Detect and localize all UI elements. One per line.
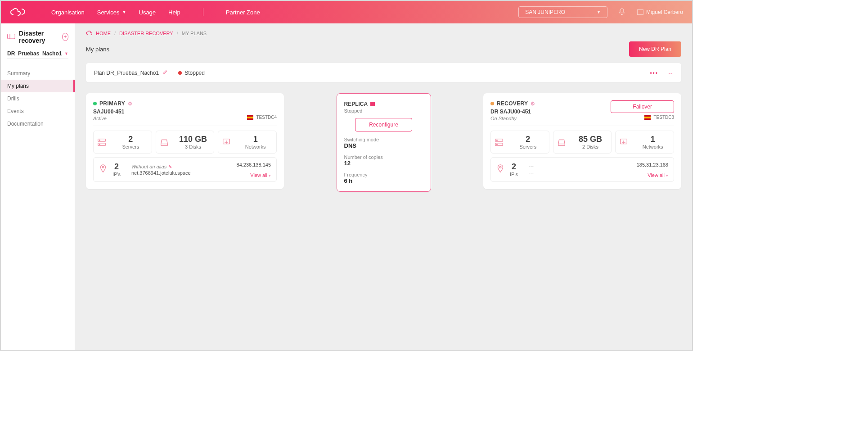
divider bbox=[203, 8, 203, 16]
recovery-card: RECOVERY ⚙ DR SAJU00-451 On Standby Fail… bbox=[483, 93, 681, 189]
recovery-dc-label: TESTDC3 bbox=[653, 115, 674, 120]
collapse-button[interactable]: ︿ bbox=[668, 69, 673, 76]
primary-networks[interactable]: 1Networks bbox=[218, 131, 277, 154]
nav-partner-zone[interactable]: Partner Zone bbox=[226, 9, 260, 16]
alias-label: Without an alias bbox=[131, 164, 166, 169]
nav-organisation[interactable]: Organisation bbox=[51, 9, 85, 16]
disaster-recovery-icon bbox=[7, 33, 15, 41]
chevron-down-icon: ▼ bbox=[597, 10, 601, 14]
replica-status: Stopped bbox=[344, 108, 423, 113]
svg-point-3 bbox=[99, 140, 100, 140]
svg-rect-12 bbox=[558, 144, 565, 145]
server-icon bbox=[95, 137, 108, 147]
svg-point-11 bbox=[497, 144, 498, 145]
org-selector[interactable]: SAN JUNIPERO ▼ bbox=[518, 6, 607, 18]
page-header: My plans New DR Plan bbox=[86, 41, 681, 57]
page-title: My plans bbox=[86, 46, 109, 53]
primary-servers[interactable]: 2Servers bbox=[93, 131, 152, 154]
recovery-servers[interactable]: 2Servers bbox=[490, 131, 549, 154]
edit-icon[interactable]: ✎ bbox=[168, 164, 172, 169]
svg-point-10 bbox=[497, 140, 498, 140]
recovery-ip: 185.31.23.168 bbox=[637, 162, 668, 167]
notifications-icon[interactable] bbox=[618, 8, 625, 17]
stat-label: Networks bbox=[643, 144, 663, 149]
flag-icon bbox=[247, 115, 253, 120]
breadcrumb-section[interactable]: DISASTER RECOVERY bbox=[119, 31, 173, 36]
primary-dc: TESTDC4 bbox=[247, 115, 277, 120]
failover-button[interactable]: Failover bbox=[611, 100, 674, 113]
stat-value: 2 bbox=[112, 135, 150, 144]
primary-ip: 84.236.138.145 bbox=[237, 162, 271, 167]
nav-usage[interactable]: Usage bbox=[139, 9, 156, 16]
stat-label: Servers bbox=[519, 144, 536, 149]
recovery-storage[interactable]: 85 GB2 Disks bbox=[553, 131, 612, 154]
avatar bbox=[637, 9, 643, 15]
stat-label: Servers bbox=[122, 144, 139, 149]
view-all-link[interactable]: View all▾ bbox=[648, 172, 668, 178]
chevron-down-icon: ▾ bbox=[269, 173, 271, 178]
svg-point-4 bbox=[99, 144, 100, 145]
add-plan-button[interactable]: + bbox=[62, 33, 68, 41]
ips-label: IP's bbox=[112, 172, 121, 177]
recovery-networks[interactable]: 1Networks bbox=[615, 131, 674, 154]
network-icon bbox=[220, 137, 233, 147]
breadcrumb: HOME / DISASTER RECOVERY / MY PLANS bbox=[86, 31, 681, 36]
stat-value: 2 bbox=[509, 135, 547, 144]
server-icon bbox=[493, 137, 505, 147]
copies-label: Number of copies bbox=[344, 154, 423, 160]
sidebar-nav: Summary My plans Drills Events Documenta… bbox=[1, 67, 75, 130]
stat-value: 85 GB bbox=[571, 135, 610, 144]
recovery-server: DR SAJU00-451 bbox=[490, 109, 611, 115]
network-address: net.3768941.jotelulu.space bbox=[131, 170, 191, 176]
sidebar-title: Disaster recovery bbox=[19, 30, 58, 44]
frequency-label: Frequency bbox=[344, 172, 423, 177]
plan-name: Plan DR_Pruebas_Nacho1 bbox=[94, 70, 159, 76]
svg-point-7 bbox=[102, 167, 104, 168]
plan-bar: Plan DR_Pruebas_Nacho1 | Stopped ••• ︿ bbox=[86, 63, 681, 82]
sidebar-item-documentation[interactable]: Documentation bbox=[1, 118, 75, 130]
svg-rect-5 bbox=[161, 144, 167, 145]
nav-help[interactable]: Help bbox=[168, 9, 180, 16]
sidebar-item-summary[interactable]: Summary bbox=[1, 67, 75, 80]
stat-value: 1 bbox=[634, 135, 672, 144]
sidebar-item-drills[interactable]: Drills bbox=[1, 92, 75, 105]
plan-selector-label: DR_Pruebas_Nacho1 bbox=[7, 50, 62, 57]
primary-card: PRIMARY ⚙ SAJU00-451 Active TESTDC4 bbox=[86, 93, 284, 189]
nav-services-label: Services bbox=[97, 9, 120, 16]
disk-icon bbox=[555, 137, 568, 147]
user-menu[interactable]: Miguel Cerbero bbox=[637, 9, 683, 15]
view-all-label: View all bbox=[250, 172, 267, 178]
breadcrumb-current: MY PLANS bbox=[182, 31, 207, 36]
reconfigure-button[interactable]: Reconfigure bbox=[355, 118, 412, 131]
switching-mode-label: Switching mode bbox=[344, 137, 423, 142]
disk-icon bbox=[158, 137, 171, 147]
view-all-label: View all bbox=[648, 172, 665, 178]
sidebar: Disaster recovery + DR_Pruebas_Nacho1 ▼ … bbox=[1, 23, 75, 350]
edit-icon[interactable] bbox=[162, 69, 168, 76]
plan-selector[interactable]: DR_Pruebas_Nacho1 ▼ bbox=[7, 50, 68, 59]
stat-label: 2 Disks bbox=[582, 144, 598, 149]
primary-server: SAJU00-451 bbox=[93, 109, 277, 115]
stat-value: 110 GB bbox=[174, 135, 212, 144]
breadcrumb-home[interactable]: HOME bbox=[96, 31, 111, 36]
gear-icon[interactable]: ⚙ bbox=[128, 101, 132, 107]
sidebar-item-myplans[interactable]: My plans bbox=[1, 80, 75, 92]
recovery-dc: TESTDC3 bbox=[644, 115, 674, 120]
primary-storage[interactable]: 110 GB3 Disks bbox=[156, 131, 215, 154]
divider: | bbox=[172, 70, 174, 76]
separator: / bbox=[114, 31, 116, 36]
chevron-down-icon: ▼ bbox=[64, 51, 68, 56]
gear-icon[interactable]: ⚙ bbox=[531, 101, 535, 107]
ips-count: 2 bbox=[114, 162, 119, 172]
recovery-state: On Standby bbox=[490, 116, 611, 121]
sidebar-item-events[interactable]: Events bbox=[1, 105, 75, 118]
view-all-link[interactable]: View all▾ bbox=[250, 172, 271, 178]
status-dot-icon bbox=[490, 102, 494, 105]
status-dot-icon bbox=[93, 102, 97, 105]
content: HOME / DISASTER RECOVERY / MY PLANS My p… bbox=[75, 23, 692, 350]
nav-services[interactable]: Services ▼ bbox=[97, 9, 126, 16]
more-actions-button[interactable]: ••• bbox=[650, 70, 658, 76]
new-dr-plan-button[interactable]: New DR Plan bbox=[629, 41, 681, 57]
ips-label: IP's bbox=[510, 172, 518, 177]
logo[interactable] bbox=[10, 7, 31, 17]
